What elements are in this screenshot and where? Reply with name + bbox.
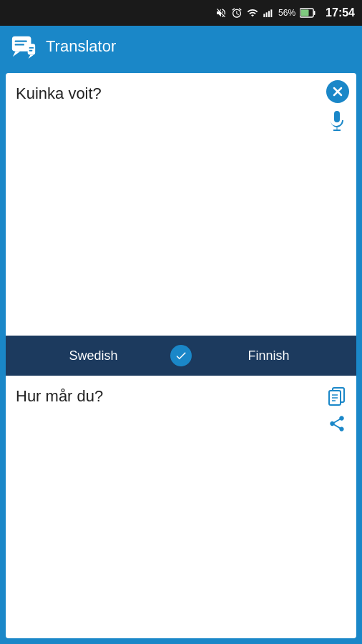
svg-marker-8: [13, 52, 20, 57]
swap-languages-button[interactable]: [169, 343, 193, 368]
copy-button[interactable]: [325, 383, 349, 407]
source-language-button[interactable]: Swedish: [6, 336, 181, 376]
battery-level: 56%: [278, 8, 295, 18]
share-button[interactable]: [325, 411, 349, 436]
app-logo-icon: [10, 33, 37, 60]
svg-rect-1: [266, 12, 268, 17]
svg-rect-17: [334, 111, 340, 122]
svg-rect-13: [29, 47, 34, 49]
wifi-icon: [247, 7, 258, 19]
svg-rect-6: [314, 11, 315, 15]
svg-rect-11: [15, 40, 27, 42]
svg-rect-12: [15, 44, 24, 45]
svg-rect-14: [29, 50, 33, 52]
svg-rect-0: [263, 14, 265, 17]
app-header: Translator: [0, 26, 362, 67]
battery-icon: [300, 8, 315, 18]
input-text: Kuinka voit?: [16, 84, 102, 102]
svg-rect-2: [268, 11, 270, 17]
signal-icon: [263, 7, 274, 19]
svg-rect-9: [28, 44, 35, 54]
status-icons: 56% 17:54: [215, 6, 355, 19]
svg-marker-10: [29, 54, 34, 59]
status-bar: 56% 17:54: [0, 0, 362, 26]
svg-rect-3: [270, 9, 272, 17]
language-bar: Swedish Finnish: [6, 336, 356, 376]
input-section: Kuinka voit?: [6, 73, 356, 336]
clear-button[interactable]: [326, 80, 349, 103]
svg-rect-5: [301, 10, 309, 16]
output-text: Hur mår du?: [16, 387, 103, 405]
output-section: Hur mår du?: [6, 376, 356, 638]
status-time: 17:54: [326, 6, 355, 19]
app-title: Translator: [46, 37, 116, 56]
mute-icon: [215, 7, 227, 19]
target-language-button[interactable]: Finnish: [181, 336, 356, 376]
alarm-icon: [231, 7, 243, 19]
main-content: Kuinka voit? Swedish Finnish Hur mår du?: [0, 67, 362, 644]
microphone-button[interactable]: [325, 109, 349, 133]
